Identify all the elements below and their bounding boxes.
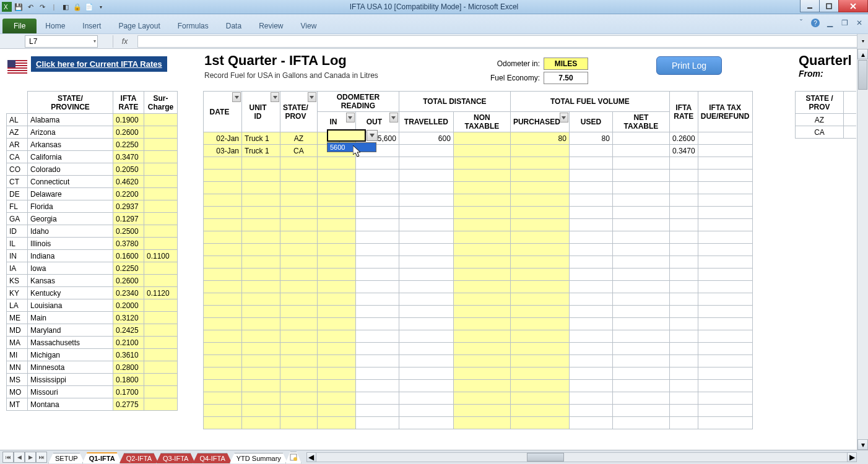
state-row[interactable]: FL Florida 0.2937 bbox=[7, 200, 178, 213]
cell-trav[interactable] bbox=[399, 405, 453, 417]
cell-used[interactable]: 80 bbox=[569, 132, 612, 145]
log-row-empty[interactable] bbox=[204, 269, 753, 281]
cell-unit[interactable] bbox=[242, 157, 280, 170]
cell-trav[interactable] bbox=[399, 170, 453, 182]
state-row[interactable]: MS Mississippi 0.1800 bbox=[7, 374, 178, 386]
cell-purch[interactable] bbox=[510, 343, 569, 355]
cell-nettax[interactable] bbox=[612, 231, 669, 244]
state-row[interactable]: ME Main 0.3120 bbox=[7, 312, 178, 324]
cell-due[interactable] bbox=[698, 392, 752, 405]
cell-used[interactable] bbox=[569, 194, 612, 207]
formula-input[interactable] bbox=[137, 35, 857, 48]
log-row-empty[interactable] bbox=[204, 194, 753, 207]
cell-nontax[interactable] bbox=[453, 293, 510, 306]
name-box[interactable]: L7 ▾ bbox=[25, 35, 98, 48]
cell-state[interactable] bbox=[280, 170, 318, 182]
cell-in[interactable] bbox=[317, 231, 355, 244]
cell-rate[interactable]: 0.3470 bbox=[669, 145, 698, 157]
cell-due[interactable] bbox=[698, 367, 752, 380]
cell-in[interactable] bbox=[317, 380, 355, 392]
state-row[interactable]: CO Colorado 0.2050 bbox=[7, 163, 178, 176]
log-row-empty[interactable] bbox=[204, 380, 753, 392]
state-row[interactable]: AL Alabama 0.1900 bbox=[7, 114, 178, 126]
cell-out[interactable] bbox=[355, 269, 399, 281]
dropdown-option[interactable]: 5600 bbox=[328, 143, 376, 152]
cell-in[interactable] bbox=[317, 157, 355, 170]
cell-used[interactable] bbox=[569, 405, 612, 417]
cell-unit[interactable] bbox=[242, 380, 280, 392]
cell-trav[interactable] bbox=[399, 417, 453, 429]
cell-unit[interactable] bbox=[242, 269, 280, 281]
cell-trav[interactable] bbox=[399, 207, 453, 219]
cell-unit[interactable] bbox=[242, 293, 280, 306]
qat-icon-2[interactable]: 🔒 bbox=[72, 2, 82, 12]
state-row[interactable]: MI Michigan 0.3610 bbox=[7, 349, 178, 361]
cell-out[interactable] bbox=[355, 194, 399, 207]
cell-nettax[interactable] bbox=[612, 207, 669, 219]
cell-rate[interactable] bbox=[669, 244, 698, 256]
odometer-unit[interactable]: MILES bbox=[544, 58, 588, 70]
scroll-up-icon[interactable]: ▴ bbox=[857, 49, 868, 59]
cell-unit[interactable] bbox=[242, 182, 280, 194]
cell-nettax[interactable] bbox=[612, 306, 669, 318]
cell-out[interactable] bbox=[355, 392, 399, 405]
cell-date[interactable] bbox=[204, 417, 242, 429]
ribbon-tab-insert[interactable]: Insert bbox=[74, 19, 110, 33]
state-row[interactable]: MD Maryland 0.2425 bbox=[7, 324, 178, 337]
cell-nettax[interactable] bbox=[612, 281, 669, 293]
redo-icon[interactable]: ↷ bbox=[37, 2, 47, 12]
cell-nontax[interactable] bbox=[453, 269, 510, 281]
log-row-empty[interactable] bbox=[204, 219, 753, 231]
filter-date-icon[interactable] bbox=[232, 92, 241, 102]
log-row-empty[interactable] bbox=[204, 417, 753, 429]
cell-unit[interactable]: Truck 1 bbox=[242, 145, 280, 157]
doc-close-icon[interactable]: ✕ bbox=[854, 18, 864, 28]
cell-state[interactable] bbox=[280, 269, 318, 281]
cell-date[interactable] bbox=[204, 306, 242, 318]
cell-date[interactable] bbox=[204, 170, 242, 182]
cell-used[interactable] bbox=[569, 355, 612, 367]
cell-unit[interactable] bbox=[242, 405, 280, 417]
cell-nettax[interactable] bbox=[612, 355, 669, 367]
cell-nettax[interactable] bbox=[612, 170, 669, 182]
cell-unit[interactable] bbox=[242, 231, 280, 244]
cell-nontax[interactable] bbox=[453, 417, 510, 429]
qat-icon-3[interactable]: 📄 bbox=[84, 2, 94, 12]
cell-unit[interactable] bbox=[242, 219, 280, 231]
cell-in[interactable] bbox=[317, 244, 355, 256]
cell-trav[interactable] bbox=[399, 219, 453, 231]
cell-out[interactable] bbox=[355, 256, 399, 269]
cell-nettax[interactable] bbox=[612, 417, 669, 429]
cell-used[interactable] bbox=[569, 219, 612, 231]
cell-due[interactable] bbox=[698, 157, 752, 170]
cell-state[interactable] bbox=[280, 182, 318, 194]
cell-nettax[interactable] bbox=[612, 405, 669, 417]
cell-in[interactable] bbox=[317, 405, 355, 417]
cell-rate[interactable] bbox=[669, 231, 698, 244]
cell-due[interactable] bbox=[698, 269, 752, 281]
cell-trav[interactable] bbox=[399, 157, 453, 170]
cell-date[interactable] bbox=[204, 269, 242, 281]
cell-rate[interactable] bbox=[669, 405, 698, 417]
log-row-empty[interactable] bbox=[204, 330, 753, 343]
cell-nontax[interactable] bbox=[453, 132, 510, 145]
cell-date[interactable] bbox=[204, 405, 242, 417]
filter-state-icon[interactable] bbox=[308, 92, 316, 102]
cell-due[interactable] bbox=[698, 281, 752, 293]
state-row[interactable]: CA California 0.3470 bbox=[7, 151, 178, 163]
cell-used[interactable] bbox=[569, 392, 612, 405]
cell-used[interactable] bbox=[569, 244, 612, 256]
log-row[interactable]: 03-Jan Truck 1 CA 0.3470 bbox=[204, 145, 753, 157]
cell-state[interactable] bbox=[280, 380, 318, 392]
log-row-empty[interactable] bbox=[204, 405, 753, 417]
cell-in[interactable] bbox=[317, 355, 355, 367]
cell-nettax[interactable] bbox=[612, 182, 669, 194]
cell-due[interactable] bbox=[698, 207, 752, 219]
cell-trav[interactable] bbox=[399, 330, 453, 343]
cell-due[interactable] bbox=[698, 182, 752, 194]
cell-used[interactable] bbox=[569, 269, 612, 281]
cell-used[interactable] bbox=[569, 306, 612, 318]
ribbon-tab-view[interactable]: View bbox=[292, 19, 326, 33]
cell-date[interactable] bbox=[204, 367, 242, 380]
log-row[interactable]: 02-Jan Truck 1 AZ 5,000 5,600 600 80 80 … bbox=[204, 132, 753, 145]
